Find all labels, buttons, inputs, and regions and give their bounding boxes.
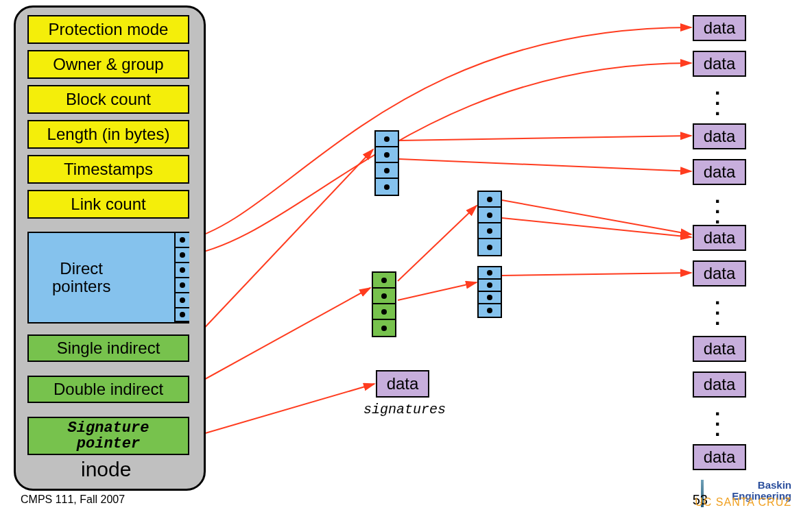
label: Timestamps	[64, 160, 153, 179]
data-block-7: data	[693, 336, 746, 362]
footer-course: CMPS 111, Fall 2007	[21, 493, 125, 506]
inode-single-indirect: Single indirect	[27, 334, 189, 362]
label: Double indirect	[53, 380, 163, 399]
single-indirect-block	[374, 130, 399, 196]
inode-double-indirect: Double indirect	[27, 376, 189, 403]
inode-field-timestamps: Timestamps	[27, 155, 189, 184]
footer-ucsc: UC SANTA CRUZ	[695, 496, 791, 509]
inode-signature-pointer: Signature pointer	[27, 417, 189, 455]
label: Protection mode	[49, 20, 169, 39]
inode-field-linkcount: Link count	[27, 190, 189, 219]
data-block-6: data	[693, 260, 746, 287]
signatures-caption: signatures	[363, 402, 446, 417]
ellipsis-icon: ···	[715, 88, 720, 119]
inode-title: inode	[81, 458, 131, 481]
ellipsis-icon: ···	[715, 297, 720, 328]
label: Single indirect	[57, 339, 160, 358]
label: data	[387, 374, 419, 393]
double-indirect-l1-block	[372, 271, 396, 337]
inode-field-protection: Protection mode	[27, 15, 189, 44]
label: Link count	[71, 195, 145, 214]
diagram-stage: { "inode": { "title": "inode", "metadata…	[0, 0, 812, 512]
inode-field-blockcount: Block count	[27, 85, 189, 114]
ellipsis-icon: ···	[715, 409, 720, 439]
label: Direct pointers	[52, 260, 110, 296]
data-block-4: data	[693, 159, 746, 185]
data-block-9: data	[693, 444, 746, 470]
data-block-1: data	[693, 51, 746, 77]
inode-field-length: Length (in bytes)	[27, 120, 189, 149]
label: Length (in bytes)	[47, 125, 170, 144]
inode-direct-pointers: Direct pointers	[27, 232, 189, 324]
signatures-data-block: data	[376, 370, 429, 398]
double-indirect-l2b-block	[477, 266, 502, 318]
label: Block count	[66, 90, 151, 109]
data-block-8: data	[693, 371, 746, 398]
data-block-0: data	[693, 15, 746, 41]
label: Signature pointer	[68, 420, 150, 452]
double-indirect-l2a-block	[477, 191, 502, 256]
inode-field-owner: Owner & group	[27, 50, 189, 79]
data-block-5: data	[693, 225, 746, 251]
ellipsis-icon: ···	[715, 196, 720, 227]
data-block-3: data	[693, 123, 746, 149]
label: Owner & group	[53, 55, 163, 74]
